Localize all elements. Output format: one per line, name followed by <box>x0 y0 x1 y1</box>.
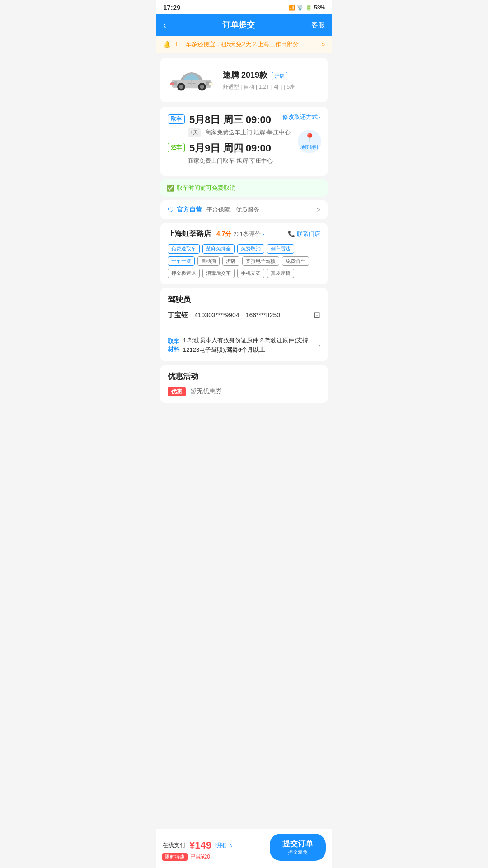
materials-label: 取车 材料 <box>168 337 179 354</box>
header: ‹ 订单提交 客服 <box>156 14 332 36</box>
store-name: 上海虹莘路店 <box>168 230 211 237</box>
car-illustration <box>167 66 216 95</box>
store-header: 上海虹莘路店 4.7分 231条评价 › 📞 联系门店 <box>168 229 320 239</box>
pickup-datetime: 5月8日 周三 09:00 <box>189 113 271 127</box>
cancel-text: 取车时间前可免费取消 <box>177 184 235 192</box>
official-desc: 平台保障、优质服务 <box>206 206 259 214</box>
status-time: 17:29 <box>163 4 180 11</box>
car-image <box>167 64 216 96</box>
promo-banner[interactable]: 🔔 iT ，车多还便宜，租5天免2天 2.上海工作日部分 > <box>156 36 332 53</box>
materials-content: 1.驾驶员本人有效身份证原件 2.驾驶证原件(支持12123电子驾照),驾龄6个… <box>183 336 314 355</box>
svg-rect-9 <box>188 83 191 84</box>
driver-phone: 166****8250 <box>246 311 280 319</box>
return-badge: 还车 <box>168 143 185 152</box>
svg-point-7 <box>200 85 204 89</box>
car-license-tag: 沪牌 <box>272 72 287 80</box>
official-arrow-icon: > <box>317 206 320 213</box>
status-icons: 📶 📡 🔋 53% <box>288 5 325 11</box>
cancel-notice: ✅ 取车时间前可免费取消 <box>160 179 328 197</box>
store-tag: 押金极速退 <box>168 269 200 278</box>
status-bar: 17:29 📶 📡 🔋 53% <box>156 0 332 14</box>
store-tag: 一车一洗 <box>168 256 195 266</box>
driver-edit-button[interactable]: ⊡ <box>314 310 320 320</box>
materials-row[interactable]: 取车 材料 1.驾驶员本人有效身份证原件 2.驾驶证原件(支持12123电子驾照… <box>168 330 320 355</box>
official-badge[interactable]: 🛡 官方自营 平台保障、优质服务 > <box>160 200 328 219</box>
return-datetime: 5月9日 周四 09:00 <box>189 142 271 155</box>
divider <box>168 325 320 325</box>
promo-arrow-icon: > <box>321 41 325 48</box>
map-guide-button[interactable]: 📍 地图指引 <box>298 130 321 153</box>
pickup-row: 取车 5月8日 周三 09:00 修改取还方式 › <box>168 113 320 127</box>
driver-section-title: 驾驶员 <box>168 294 320 305</box>
car-info: 速腾 2019款 沪牌 舒适型 | 自动 | 1.2T | 4门 | 5座 <box>223 70 321 91</box>
car-card: 速腾 2019款 沪牌 舒适型 | 自动 | 1.2T | 4门 | 5座 <box>160 58 328 102</box>
check-icon: ✅ <box>167 185 174 192</box>
svg-point-3 <box>170 82 174 85</box>
store-rating: 4.7分 <box>216 230 231 237</box>
store-tag: 自动挡 <box>197 256 220 266</box>
store-section: 上海虹莘路店 4.7分 231条评价 › 📞 联系门店 免费送取车芝麻免押金免费… <box>160 223 328 284</box>
battery-percent: 53% <box>314 5 325 11</box>
wifi-icon: 📡 <box>297 5 304 11</box>
battery-icon: 🔋 <box>305 5 312 11</box>
car-spec: 舒适型 | 自动 | 1.2T | 4门 | 5座 <box>223 83 321 91</box>
modify-button[interactable]: 修改取还方式 › <box>282 113 320 121</box>
store-tag: 免费取消 <box>237 244 264 254</box>
promo-text: iT ，车多还便宜，租5天免2天 2.上海工作日部分 <box>174 40 299 48</box>
map-guide-label: 地图指引 <box>300 144 319 151</box>
store-tag: 手机支架 <box>237 269 264 278</box>
phone-icon: 📞 <box>288 231 295 237</box>
promo-speaker-icon: 🔔 <box>163 41 171 48</box>
store-name-area: 上海虹莘路店 4.7分 231条评价 › <box>168 229 264 239</box>
material-label: 材料 <box>168 345 179 354</box>
service-button[interactable]: 客服 <box>311 21 325 29</box>
materials-arrow-icon: › <box>318 341 320 349</box>
driver-id: 410303****9904 <box>194 311 239 319</box>
driver-row: 丁宝钰 410303****9904 166****8250 ⊡ <box>168 310 320 320</box>
svg-rect-10 <box>192 83 196 84</box>
promo-tag: 优惠 <box>168 387 186 396</box>
rental-section: 取车 5月8日 周三 09:00 修改取还方式 › 1天 商家免费送车上门 旭辉… <box>160 107 328 176</box>
store-tag: 支持电子驾照 <box>242 256 279 266</box>
store-tag: 免费留车 <box>282 256 309 266</box>
car-name: 速腾 2019款 <box>223 71 267 80</box>
store-tag: 真皮座椅 <box>267 269 294 278</box>
days-badge: 1天 <box>188 128 201 137</box>
promo-activity-section: 优惠活动 优惠 暂无优惠券 <box>160 365 328 403</box>
page-title: 订单提交 <box>166 19 311 30</box>
shield-icon: 🛡 <box>168 206 174 213</box>
contact-store-button[interactable]: 📞 联系门店 <box>288 230 320 238</box>
store-reviews[interactable]: 231条评价 › <box>233 231 264 237</box>
pickup-badge: 取车 <box>168 114 185 124</box>
promo-none-text: 暂无优惠券 <box>190 387 222 396</box>
store-tag: 芝麻免押金 <box>202 244 235 254</box>
official-label: 官方自营 <box>177 206 202 214</box>
driver-name: 丁宝钰 <box>168 311 188 320</box>
store-tag: 免费送取车 <box>168 244 200 254</box>
store-tags: 免费送取车芝麻免押金免费取消倒车雷达一车一洗自动挡沪牌支持电子驾照免费留车押金极… <box>168 244 320 278</box>
svg-point-2 <box>209 82 213 85</box>
store-tag: 沪牌 <box>222 256 239 266</box>
return-sub: 商家免费上门取车 旭辉·莘庄中心 <box>188 157 320 165</box>
take-label: 取车 <box>168 337 179 345</box>
svg-point-5 <box>179 85 183 89</box>
store-tag: 倒车雷达 <box>267 244 294 254</box>
promo-title: 优惠活动 <box>168 371 320 382</box>
promo-row[interactable]: 优惠 暂无优惠券 <box>168 387 320 396</box>
driver-section: 驾驶员 丁宝钰 410303****9904 166****8250 ⊡ 取车 … <box>160 288 328 361</box>
return-row: 还车 5月9日 周四 09:00 <box>168 142 320 155</box>
signal-icon: 📶 <box>288 5 295 11</box>
map-icon: 📍 <box>304 132 315 143</box>
back-button[interactable]: ‹ <box>163 20 166 30</box>
car-name-row: 速腾 2019款 沪牌 <box>223 70 321 80</box>
store-tag: 消毒后交车 <box>202 269 235 278</box>
